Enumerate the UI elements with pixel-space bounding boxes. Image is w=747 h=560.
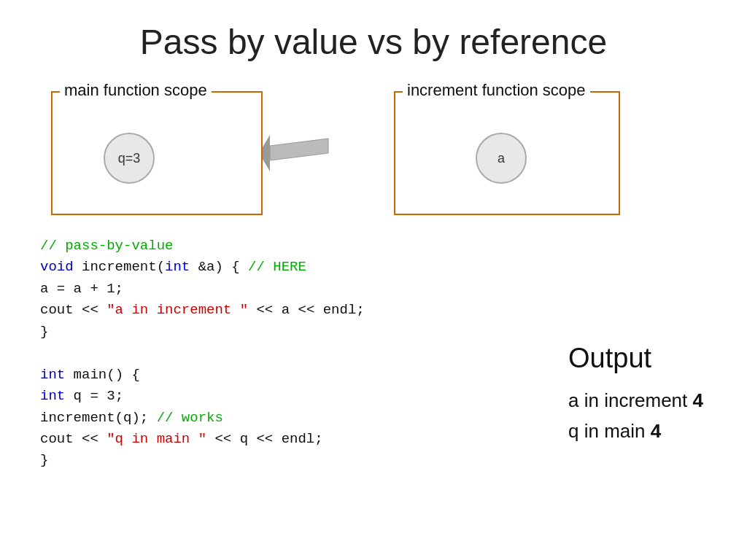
code-line-11: } xyxy=(40,450,747,471)
svg-marker-1 xyxy=(270,139,328,160)
code-string-4: "a in increment " xyxy=(107,302,248,318)
output-section: Output a in increment 4 q in main 4 xyxy=(568,343,703,446)
code-string-10: "q in main " xyxy=(107,431,206,447)
code-keyword-int-main: int xyxy=(40,367,65,383)
code-normal-3: a = a + 1; xyxy=(40,281,123,297)
output-title: Output xyxy=(568,343,703,374)
code-line-5: } xyxy=(40,322,747,343)
code-keyword-int: int xyxy=(165,259,190,275)
code-normal-10a: cout << xyxy=(40,431,107,447)
code-keyword-void: void xyxy=(40,259,74,275)
code-line-2: void increment(int &a) { // HERE xyxy=(40,257,747,278)
code-line-1: // pass-by-value xyxy=(40,236,747,257)
increment-node-label: a xyxy=(498,151,505,166)
code-keyword-int-q: int xyxy=(40,388,65,404)
page-title: Pass by value vs by reference xyxy=(0,0,747,77)
output-line-2: q in main 4 xyxy=(568,416,703,447)
output-line1-bold: 4 xyxy=(693,389,703,411)
code-normal-7: main() { xyxy=(65,367,140,383)
main-node-label: q=3 xyxy=(118,151,141,166)
code-comment-here: // HERE xyxy=(248,259,306,275)
main-scope-label: main function scope xyxy=(60,81,212,100)
main-scope-box: main function scope q=3 xyxy=(51,91,263,215)
code-normal-11: } xyxy=(40,452,48,468)
code-normal-5: } xyxy=(40,324,48,340)
code-normal-4b: << a << endl; xyxy=(248,302,365,318)
increment-scope-box: increment function scope a xyxy=(394,91,620,215)
code-comment-works: // works xyxy=(157,410,223,426)
code-normal-2b: &a) { xyxy=(190,259,248,275)
main-node: q=3 xyxy=(104,133,155,184)
code-line-4: cout << "a in increment " << a << endl; xyxy=(40,300,747,321)
code-line-3: a = a + 1; xyxy=(40,279,747,300)
output-line-1: a in increment 4 xyxy=(568,386,703,416)
code-normal-9: increment(q); xyxy=(40,410,157,426)
code-normal-4a: cout << xyxy=(40,302,107,318)
arrow-svg xyxy=(263,91,336,215)
code-comment-1: // pass-by-value xyxy=(40,238,173,254)
code-normal-2a: increment( xyxy=(74,259,165,275)
output-line2-normal: q in main xyxy=(568,420,651,442)
diagram-area: main function scope q=3 increment functi… xyxy=(51,91,747,215)
svg-marker-2 xyxy=(263,135,270,171)
code-normal-10b: << q << endl; xyxy=(206,431,323,447)
increment-node: a xyxy=(476,133,527,184)
code-normal-8b: q = 3; xyxy=(65,388,123,404)
output-line1-normal: a in increment xyxy=(568,389,693,411)
increment-scope-label: increment function scope xyxy=(403,81,590,100)
output-line2-bold: 4 xyxy=(651,420,661,442)
